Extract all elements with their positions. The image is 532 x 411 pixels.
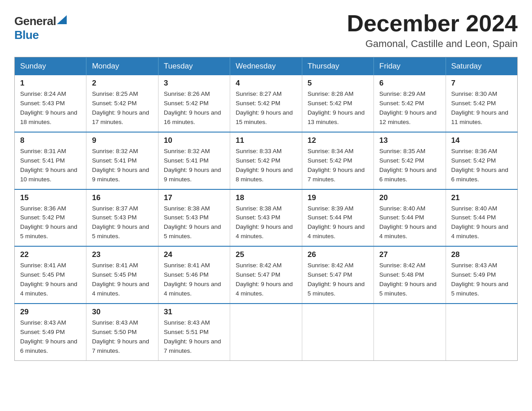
col-header-sunday: Sunday	[15, 57, 86, 76]
day-detail: Sunrise: 8:32 AMSunset: 5:41 PMDaylight:…	[164, 148, 221, 183]
day-number: 7	[451, 79, 512, 88]
day-number: 30	[92, 308, 152, 317]
week-row-3: 15Sunrise: 8:36 AMSunset: 5:42 PMDayligh…	[15, 189, 518, 247]
day-detail: Sunrise: 8:43 AMSunset: 5:49 PMDaylight:…	[451, 262, 509, 297]
day-cell-14: 14Sunrise: 8:36 AMSunset: 5:42 PMDayligh…	[446, 132, 517, 189]
day-cell-6: 6Sunrise: 8:29 AMSunset: 5:42 PMDaylight…	[374, 75, 446, 132]
logo-blue: Blue	[14, 28, 39, 42]
day-number: 22	[20, 250, 81, 259]
calendar-table: SundayMondayTuesdayWednesdayThursdayFrid…	[14, 57, 518, 360]
day-detail: Sunrise: 8:33 AMSunset: 5:42 PMDaylight:…	[236, 148, 293, 183]
day-cell-2: 2Sunrise: 8:25 AMSunset: 5:42 PMDaylight…	[86, 75, 158, 132]
days-header-row: SundayMondayTuesdayWednesdayThursdayFrid…	[15, 57, 518, 76]
col-header-thursday: Thursday	[302, 57, 373, 76]
calendar-title: December 2024	[347, 11, 518, 36]
day-number: 10	[164, 136, 224, 145]
day-detail: Sunrise: 8:38 AMSunset: 5:43 PMDaylight:…	[164, 205, 221, 240]
day-cell-30: 30Sunrise: 8:43 AMSunset: 5:50 PMDayligh…	[86, 304, 158, 360]
day-detail: Sunrise: 8:41 AMSunset: 5:45 PMDaylight:…	[20, 262, 77, 297]
day-cell-25: 25Sunrise: 8:42 AMSunset: 5:47 PMDayligh…	[230, 246, 302, 304]
day-number: 6	[379, 79, 440, 88]
day-cell-31: 31Sunrise: 8:43 AMSunset: 5:51 PMDayligh…	[158, 304, 230, 360]
day-cell-21: 21Sunrise: 8:40 AMSunset: 5:44 PMDayligh…	[446, 189, 517, 247]
day-number: 9	[92, 136, 152, 145]
day-number: 19	[308, 193, 368, 202]
day-detail: Sunrise: 8:43 AMSunset: 5:50 PMDaylight:…	[92, 319, 149, 354]
day-cell-15: 15Sunrise: 8:36 AMSunset: 5:42 PMDayligh…	[15, 189, 86, 247]
day-cell-13: 13Sunrise: 8:35 AMSunset: 5:42 PMDayligh…	[374, 132, 446, 189]
day-number: 15	[20, 193, 81, 202]
day-number: 29	[20, 308, 81, 317]
day-number: 25	[236, 250, 296, 259]
day-number: 13	[379, 136, 440, 145]
day-detail: Sunrise: 8:34 AMSunset: 5:42 PMDaylight:…	[308, 148, 365, 183]
day-detail: Sunrise: 8:37 AMSunset: 5:43 PMDaylight:…	[92, 205, 149, 240]
day-number: 26	[308, 250, 368, 259]
day-detail: Sunrise: 8:30 AMSunset: 5:42 PMDaylight:…	[451, 90, 509, 125]
empty-cell	[446, 304, 517, 360]
day-detail: Sunrise: 8:43 AMSunset: 5:51 PMDaylight:…	[164, 319, 221, 354]
day-number: 14	[451, 136, 512, 145]
day-cell-4: 4Sunrise: 8:27 AMSunset: 5:42 PMDaylight…	[230, 75, 302, 132]
day-detail: Sunrise: 8:31 AMSunset: 5:41 PMDaylight:…	[20, 148, 77, 183]
day-cell-9: 9Sunrise: 8:32 AMSunset: 5:41 PMDaylight…	[86, 132, 158, 189]
day-cell-27: 27Sunrise: 8:42 AMSunset: 5:48 PMDayligh…	[374, 246, 446, 304]
day-detail: Sunrise: 8:39 AMSunset: 5:44 PMDaylight:…	[308, 205, 365, 240]
col-header-wednesday: Wednesday	[230, 57, 302, 76]
week-row-1: 1Sunrise: 8:24 AMSunset: 5:43 PMDaylight…	[15, 75, 518, 132]
day-detail: Sunrise: 8:26 AMSunset: 5:42 PMDaylight:…	[164, 90, 221, 125]
day-cell-24: 24Sunrise: 8:41 AMSunset: 5:46 PMDayligh…	[158, 246, 230, 304]
empty-cell	[302, 304, 373, 360]
col-header-friday: Friday	[374, 57, 446, 76]
day-number: 21	[451, 193, 512, 202]
page-header: General Blue December 2024 Gamonal, Cast…	[14, 11, 518, 50]
day-detail: Sunrise: 8:41 AMSunset: 5:46 PMDaylight:…	[164, 262, 221, 297]
day-number: 11	[236, 136, 296, 145]
col-header-tuesday: Tuesday	[158, 57, 230, 76]
title-block: December 2024 Gamonal, Castille and Leon…	[347, 11, 518, 50]
day-cell-11: 11Sunrise: 8:33 AMSunset: 5:42 PMDayligh…	[230, 132, 302, 189]
day-detail: Sunrise: 8:41 AMSunset: 5:45 PMDaylight:…	[92, 262, 149, 297]
day-cell-23: 23Sunrise: 8:41 AMSunset: 5:45 PMDayligh…	[86, 246, 158, 304]
day-number: 2	[92, 79, 152, 88]
day-cell-22: 22Sunrise: 8:41 AMSunset: 5:45 PMDayligh…	[15, 246, 86, 304]
day-detail: Sunrise: 8:27 AMSunset: 5:42 PMDaylight:…	[236, 90, 293, 125]
day-detail: Sunrise: 8:35 AMSunset: 5:42 PMDaylight:…	[379, 148, 437, 183]
day-cell-19: 19Sunrise: 8:39 AMSunset: 5:44 PMDayligh…	[302, 189, 373, 247]
day-number: 8	[20, 136, 81, 145]
day-detail: Sunrise: 8:25 AMSunset: 5:42 PMDaylight:…	[92, 90, 149, 125]
day-number: 17	[164, 193, 224, 202]
day-detail: Sunrise: 8:38 AMSunset: 5:43 PMDaylight:…	[236, 205, 293, 240]
logo-triangle-icon	[57, 15, 67, 24]
day-cell-10: 10Sunrise: 8:32 AMSunset: 5:41 PMDayligh…	[158, 132, 230, 189]
day-detail: Sunrise: 8:24 AMSunset: 5:43 PMDaylight:…	[20, 90, 77, 125]
day-cell-20: 20Sunrise: 8:40 AMSunset: 5:44 PMDayligh…	[374, 189, 446, 247]
day-number: 27	[379, 250, 440, 259]
day-detail: Sunrise: 8:32 AMSunset: 5:41 PMDaylight:…	[92, 148, 149, 183]
logo: General Blue	[14, 14, 67, 42]
logo-general: General	[14, 14, 56, 28]
col-header-saturday: Saturday	[446, 57, 517, 76]
day-number: 18	[236, 193, 296, 202]
week-row-2: 8Sunrise: 8:31 AMSunset: 5:41 PMDaylight…	[15, 132, 518, 189]
day-cell-7: 7Sunrise: 8:30 AMSunset: 5:42 PMDaylight…	[446, 75, 517, 132]
calendar-subtitle: Gamonal, Castille and Leon, Spain	[347, 38, 518, 50]
day-detail: Sunrise: 8:43 AMSunset: 5:49 PMDaylight:…	[20, 319, 77, 354]
week-row-5: 29Sunrise: 8:43 AMSunset: 5:49 PMDayligh…	[15, 304, 518, 360]
day-cell-12: 12Sunrise: 8:34 AMSunset: 5:42 PMDayligh…	[302, 132, 373, 189]
day-cell-3: 3Sunrise: 8:26 AMSunset: 5:42 PMDaylight…	[158, 75, 230, 132]
svg-marker-0	[57, 15, 67, 24]
col-header-monday: Monday	[86, 57, 158, 76]
day-number: 24	[164, 250, 224, 259]
day-number: 31	[164, 308, 224, 317]
day-cell-8: 8Sunrise: 8:31 AMSunset: 5:41 PMDaylight…	[15, 132, 86, 189]
day-detail: Sunrise: 8:42 AMSunset: 5:47 PMDaylight:…	[236, 262, 293, 297]
day-number: 3	[164, 79, 224, 88]
week-row-4: 22Sunrise: 8:41 AMSunset: 5:45 PMDayligh…	[15, 246, 518, 304]
day-cell-18: 18Sunrise: 8:38 AMSunset: 5:43 PMDayligh…	[230, 189, 302, 247]
day-detail: Sunrise: 8:40 AMSunset: 5:44 PMDaylight:…	[451, 205, 509, 240]
day-detail: Sunrise: 8:42 AMSunset: 5:47 PMDaylight:…	[308, 262, 365, 297]
day-detail: Sunrise: 8:28 AMSunset: 5:42 PMDaylight:…	[308, 90, 365, 125]
day-cell-17: 17Sunrise: 8:38 AMSunset: 5:43 PMDayligh…	[158, 189, 230, 247]
day-cell-5: 5Sunrise: 8:28 AMSunset: 5:42 PMDaylight…	[302, 75, 373, 132]
